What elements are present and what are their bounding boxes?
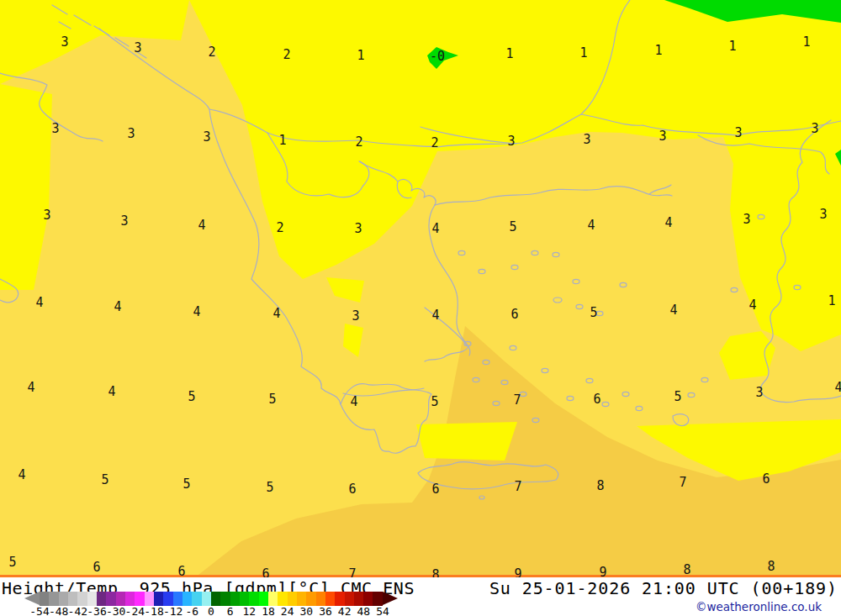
colorbar-tick-label: 18 (262, 605, 275, 616)
temp-value-label: 5 (8, 556, 16, 569)
temp-value-label: 6 (177, 566, 185, 578)
temp-value-label: 3 (583, 134, 590, 146)
temp-value-label: 2 (431, 137, 438, 150)
colorbar-cell (154, 592, 163, 606)
colorbar-cell (106, 592, 115, 606)
temp-value-label: 4 (587, 219, 595, 232)
colorbar-tick-label: -30 (106, 605, 125, 616)
colorbar-tick-label: -42 (68, 605, 87, 616)
colorbar (40, 592, 383, 606)
colorbar-cell (192, 592, 201, 606)
temp-value-label: 3 (819, 208, 827, 221)
temp-value-label: 7 (348, 568, 356, 578)
temp-value-label: 8 (596, 480, 604, 492)
temp-value-label: 3 (43, 209, 50, 222)
colorbar-cell (68, 592, 77, 606)
temp-value-label: 3 (811, 123, 818, 135)
temp-value-label: 5 (509, 221, 516, 234)
temp-value-label: 3 (507, 135, 515, 148)
colorbar-cell (135, 592, 144, 606)
temp-value-label: 6 (431, 483, 439, 496)
colorbar-cell (163, 592, 172, 606)
colorbar-cell (297, 592, 306, 606)
colorbar-cell (211, 592, 220, 606)
colorbar-cell (325, 592, 335, 606)
colorbar-tick-label: -36 (87, 605, 106, 616)
temp-value-label: 3 (743, 213, 750, 226)
temp-value-label: 2 (208, 46, 215, 59)
temp-value-label: 6 (510, 308, 518, 321)
colorbar-cell (230, 592, 240, 606)
temp-value-label: 3 (659, 130, 666, 143)
colorbar-tick-label: 30 (300, 605, 314, 616)
colorbar-cell (363, 592, 373, 606)
colorbar-cell (49, 592, 58, 606)
temp-value-label: 4 (350, 396, 357, 408)
temp-value-label: 5 (188, 391, 195, 403)
temp-value-label: 7 (679, 476, 686, 489)
temp-value-label: 3 (51, 123, 59, 135)
temp-value-label: 6 (93, 561, 100, 574)
temp-value-label: 5 (674, 391, 681, 403)
temp-value-label: 6 (593, 393, 600, 406)
colorbar-cell (373, 592, 382, 606)
temp-value-label: 4 (27, 382, 34, 394)
colorbar-tick-labels: -54-48-42-36-30-24-18-12-606121824303642… (40, 605, 383, 616)
temp-value-label: 4 (108, 386, 115, 398)
temp-value-label: -0 (430, 50, 445, 63)
colorbar-cell (97, 592, 106, 606)
colorbar-cell (316, 592, 325, 606)
colorbar-cell (288, 592, 297, 606)
colorbar-arrow-right (383, 592, 398, 605)
colorbar-cell (125, 592, 135, 606)
temp-value-label: 8 (767, 561, 775, 573)
temp-value-label: 4 (834, 382, 841, 394)
temp-value-label: 4 (431, 223, 439, 235)
temp-value-label: 1 (278, 134, 286, 147)
temp-value-label: 4 (664, 217, 672, 229)
colorbar-tick-label: -24 (125, 605, 145, 616)
temp-value-label: 3 (120, 215, 128, 228)
temp-value-label: 9 (514, 568, 521, 578)
legend-bar: Height/Temp. 925 hPa [gdpm][°C] CMC ENS … (0, 577, 841, 616)
colorbar-cell (278, 592, 287, 606)
colorbar-tick-label: 24 (281, 605, 294, 616)
colorbar-cell (182, 592, 192, 606)
temp-value-label: 3 (127, 128, 135, 140)
colorbar-tick-label: 48 (357, 605, 371, 616)
legend-datetime: Su 25-01-2026 21:00 UTC (00+189) (489, 578, 838, 598)
copyright-text: ©weatheronline.co.uk (696, 600, 822, 613)
colorbar-cell (145, 592, 154, 606)
temp-value-label: 1 (505, 48, 513, 61)
temp-value-label: 5 (431, 396, 438, 408)
colorbar-tick-label: 54 (376, 605, 389, 616)
colorbar-cell (354, 592, 363, 606)
temp-value-label: 1 (802, 36, 810, 49)
temp-value-label: 2 (276, 222, 283, 234)
colorbar-arrow-left (24, 592, 40, 605)
temp-value-label: 3 (134, 42, 141, 55)
colorbar-tick-label: 6 (227, 605, 234, 616)
temp-value-label: 4 (198, 219, 205, 232)
colorbar-cell (240, 592, 249, 606)
temp-value-label: 4 (114, 301, 121, 313)
temp-value-label: 7 (514, 481, 521, 493)
temp-value-label: 4 (669, 304, 677, 317)
colorbar-cell (116, 592, 125, 606)
temp-value-label: 6 (762, 473, 770, 486)
temp-value-label: 1 (728, 40, 736, 53)
temp-value-label: 8 (431, 569, 439, 578)
colorbar-tick-label: 42 (338, 605, 352, 616)
colorbar-cell (202, 592, 211, 606)
temp-value-label: 5 (590, 307, 597, 319)
colorbar-cell (335, 592, 344, 606)
temp-value-label: 5 (268, 393, 276, 406)
temp-value-label: 1 (654, 45, 662, 57)
temp-value-label: 1 (357, 50, 364, 62)
map-area: 33221-0111113331223333333423454433444434… (0, 0, 841, 577)
colorbar-tick-label: -48 (49, 605, 68, 616)
temp-value-label: 8 (683, 564, 690, 577)
temp-value-label: 2 (355, 136, 362, 149)
colorbar-tick-label: -12 (163, 605, 182, 616)
temp-value-label: 4 (272, 308, 280, 320)
